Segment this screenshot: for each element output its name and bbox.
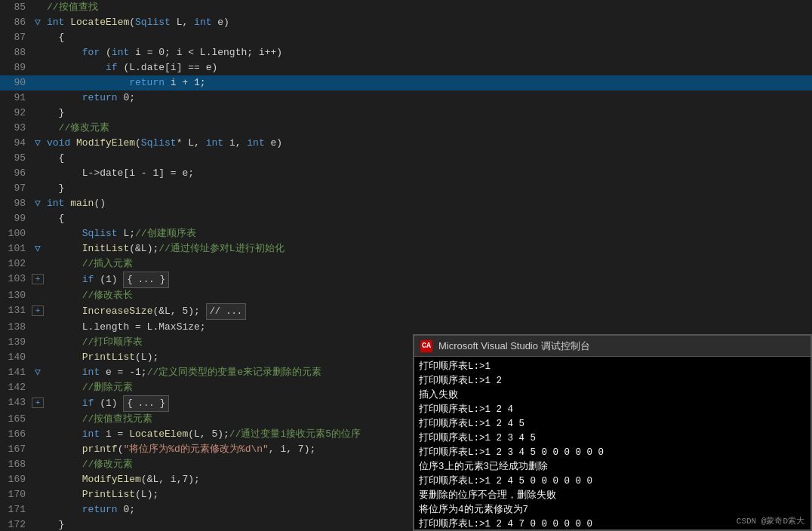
console-titlebar: CA Microsoft Visual Studio 调试控制台: [414, 336, 810, 357]
console-line-3: 插入失败: [419, 388, 806, 403]
code-line-98: 98 ▽ int main(): [0, 196, 812, 211]
code-line-101: 101 ▽ InitList(&L);//通过传址参对L进行初始化: [0, 241, 812, 256]
code-line-103: 103 + if (1) { ... }: [0, 272, 812, 288]
console-content: 打印顺序表L:>1 打印顺序表L:>1 2 插入失败 打印顺序表L:>1 2 4…: [414, 357, 810, 531]
code-line-102: 102 //插入元素: [0, 256, 812, 272]
console-window: CA Microsoft Visual Studio 调试控制台 打印顺序表L:…: [413, 334, 812, 531]
code-line-86: 86 ▽ int LocateElem(Sqlist L, int e): [0, 15, 812, 30]
code-line-130: 130 //修改表长: [0, 288, 812, 303]
code-line-100: 100 Sqlist L;//创建顺序表: [0, 226, 812, 241]
console-line-7: 打印顺序表L:>1 2 3 4 5 0 0 0 0 0 0: [419, 446, 806, 460]
code-line-89: 89 if (L.date[i] == e): [0, 60, 812, 75]
console-line-5: 打印顺序表L:>1 2 4 5: [419, 417, 806, 431]
console-line-9: 打印顺序表L:>1 2 4 5 0 0 0 0 0 0: [419, 474, 806, 489]
code-line-131: 131 + IncreaseSize(&L, 5); // ...: [0, 303, 812, 320]
code-line-97: 97 }: [0, 181, 812, 196]
code-line-91: 91 return 0;: [0, 91, 812, 106]
console-line-8: 位序3上的元素3已经成功删除: [419, 460, 806, 474]
code-line-96: 96 L->date[i - 1] = e;: [0, 166, 812, 181]
console-line-6: 打印顺序表L:>1 2 3 4 5: [419, 431, 806, 446]
console-icon: CA: [420, 340, 432, 352]
code-line-87: 87 {: [0, 30, 812, 45]
code-line-94: 94 ▽ void ModifyElem(Sqlist* L, int i, i…: [0, 136, 812, 151]
editor-container: 85 //按值查找 86 ▽ int LocateElem(Sqlist L, …: [0, 0, 812, 531]
console-footer: CSDN @蒙奇D索大: [737, 515, 804, 526]
code-line-99: 99 {: [0, 211, 812, 226]
console-line-10: 要删除的位序不合理，删除失败: [419, 489, 806, 503]
code-line-93: 93 //修改元素: [0, 121, 812, 136]
code-line-85: 85 //按值查找: [0, 0, 812, 15]
code-line-92: 92 }: [0, 106, 812, 121]
code-line-90: 90 return i + 1;: [0, 75, 812, 91]
console-line-2: 打印顺序表L:>1 2: [419, 374, 806, 388]
code-line-138: 138 L.length = L.MaxSize;: [0, 320, 812, 335]
console-line-1: 打印顺序表L:>1: [419, 360, 806, 374]
code-line-88: 88 for (int i = 0; i < L.length; i++): [0, 45, 812, 60]
console-title: Microsoft Visual Studio 调试控制台: [438, 339, 590, 353]
code-line-95: 95 {: [0, 151, 812, 166]
console-line-4: 打印顺序表L:>1 2 4: [419, 403, 806, 417]
